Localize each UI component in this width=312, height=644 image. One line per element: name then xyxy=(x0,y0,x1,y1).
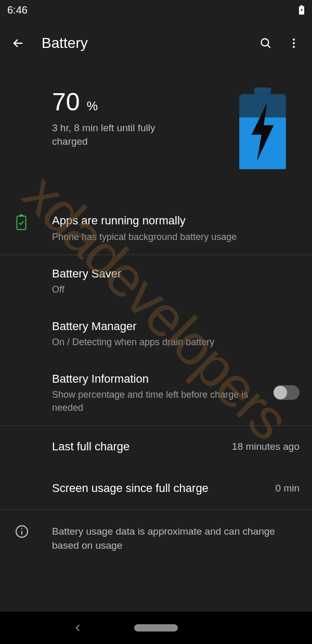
overflow-menu-button[interactable] xyxy=(280,29,308,57)
svg-point-2 xyxy=(261,39,268,46)
battery-info-subtitle: Show percentage and time left before cha… xyxy=(52,388,265,414)
battery-usage-info-row: Battery usage data is approximate and ca… xyxy=(0,510,312,567)
battery-info-row[interactable]: Battery Information Show percentage and … xyxy=(0,360,312,425)
battery-health-subtitle: Phone has typical background battery usa… xyxy=(52,231,300,243)
svg-point-4 xyxy=(293,42,295,44)
battery-info-title: Battery Information xyxy=(52,372,265,387)
battery-percentage: 70 % xyxy=(52,87,234,116)
svg-rect-11 xyxy=(20,214,23,216)
nav-home-pill[interactable] xyxy=(134,624,178,632)
battery-saver-title: Battery Saver xyxy=(52,267,300,282)
svg-rect-10 xyxy=(17,216,25,230)
app-bar: Battery xyxy=(0,20,312,67)
last-full-charge-value: 18 minutes ago xyxy=(232,441,300,452)
battery-info-toggle[interactable] xyxy=(274,385,300,400)
battery-health-row[interactable]: Apps are running normally Phone has typi… xyxy=(0,202,312,255)
battery-saver-subtitle: Off xyxy=(52,283,300,296)
info-icon xyxy=(15,524,29,539)
svg-rect-0 xyxy=(301,5,303,6)
svg-rect-9 xyxy=(239,166,286,169)
svg-point-5 xyxy=(293,46,295,48)
nav-bar xyxy=(0,612,312,644)
svg-point-14 xyxy=(21,528,22,529)
battery-saver-row[interactable]: Battery Saver Off xyxy=(0,255,312,308)
screen-usage-title: Screen usage since full charge xyxy=(52,481,267,496)
chevron-left-icon xyxy=(73,623,83,633)
status-battery-icon xyxy=(298,5,305,15)
battery-manager-row[interactable]: Battery Manager On / Detecting when apps… xyxy=(0,308,312,360)
last-full-charge-title: Last full charge xyxy=(52,439,224,454)
screen-usage-value: 0 min xyxy=(276,483,300,494)
screen-usage-row[interactable]: Screen usage since full charge 0 min xyxy=(0,468,312,509)
battery-large-icon xyxy=(234,87,296,171)
battery-manager-title: Battery Manager xyxy=(52,319,300,334)
page-title: Battery xyxy=(42,35,252,52)
more-vert-icon xyxy=(288,37,300,49)
svg-point-3 xyxy=(293,39,295,41)
nav-back-button[interactable] xyxy=(73,623,83,633)
search-icon xyxy=(259,36,272,50)
battery-usage-info-text: Battery usage data is approximate and ca… xyxy=(52,524,296,553)
search-button[interactable] xyxy=(252,29,280,57)
battery-health-title: Apps are running normally xyxy=(52,213,300,229)
svg-rect-6 xyxy=(254,87,271,94)
battery-time-remaining: 3 hr, 8 min left until fully charged xyxy=(52,121,177,148)
last-full-charge-row[interactable]: Last full charge 18 minutes ago xyxy=(0,426,312,468)
status-time: 6:46 xyxy=(7,4,28,16)
status-bar: 6:46 xyxy=(0,0,312,20)
back-button[interactable] xyxy=(4,29,32,57)
arrow-left-icon xyxy=(11,36,25,50)
battery-manager-subtitle: On / Detecting when apps drain battery xyxy=(52,336,300,348)
battery-check-icon xyxy=(16,214,30,229)
battery-hero: 70 % 3 hr, 8 min left until fully charge… xyxy=(0,67,312,202)
